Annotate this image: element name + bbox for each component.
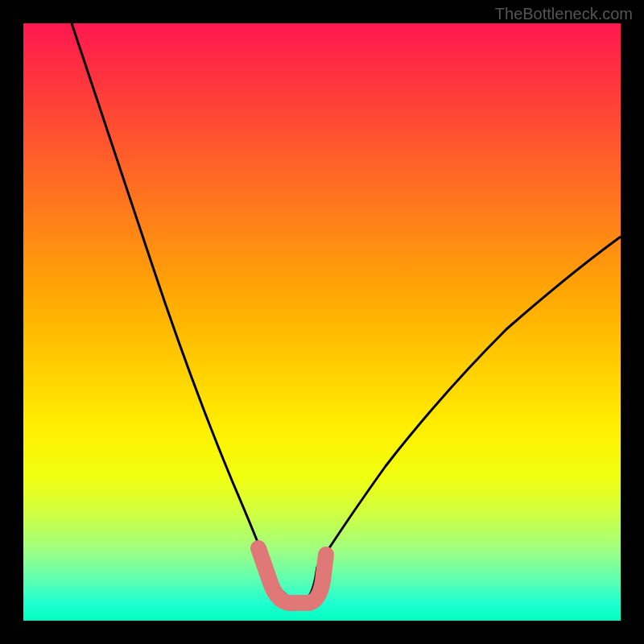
curve-svg [23,23,621,621]
chart-container: TheBottleneck.com [0,0,644,644]
bottleneck-curve-left [72,23,269,571]
optimal-region-marker [258,548,326,603]
plot-area [23,23,621,621]
bottleneck-curve-right [317,237,621,567]
watermark-text: TheBottleneck.com [495,5,633,23]
